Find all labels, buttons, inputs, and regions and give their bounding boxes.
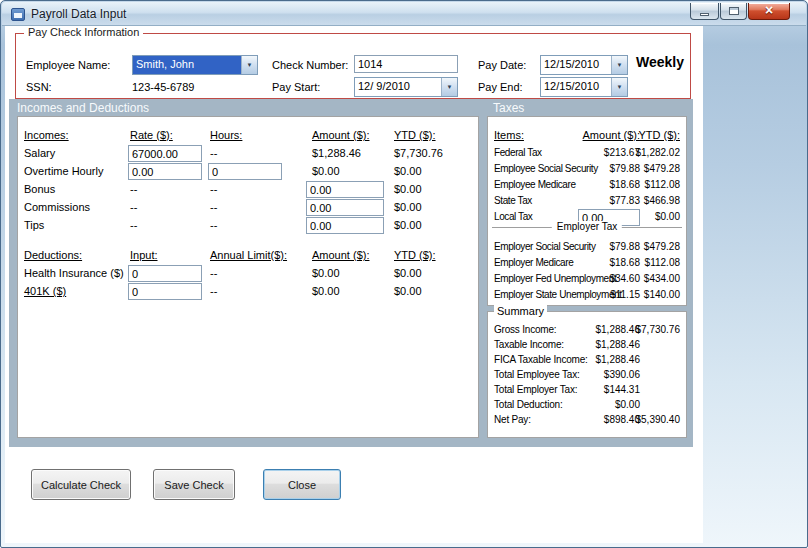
rate-column-header: Rate ($): (130, 129, 173, 141)
tax-row-employer-ss: Employer Social Security $79.88 $479.28 (488, 241, 686, 257)
federal-tax-label: Federal Tax (494, 147, 542, 158)
deduction-ytd-column-header: YTD ($): (394, 249, 436, 261)
health-insurance-input[interactable] (128, 265, 202, 282)
maximize-button[interactable] (720, 3, 747, 20)
salary-hours: -- (210, 147, 217, 159)
pay-date-picker[interactable]: 12/15/2010 ▼ (540, 55, 628, 75)
total-employer-tax-value: $144.31 (604, 384, 640, 395)
check-number-label: Check Number: (272, 59, 348, 71)
employer-tax-separator-label: Employer Tax (552, 221, 622, 232)
pay-check-info-group: Pay Check Information Employee Name: Smi… (15, 33, 691, 99)
tax-row-employee-ss: Employee Social Security $79.88 $479.28 (488, 163, 686, 179)
input-column-header: Input: (130, 249, 158, 261)
employer-fed-unemployment-ytd: $434.00 (644, 273, 680, 284)
overtime-ytd: $0.00 (394, 165, 422, 177)
window-title: Payroll Data Input (31, 7, 126, 21)
summary-title: Summary (494, 305, 547, 317)
commissions-label: Commissions (24, 201, 90, 213)
chevron-down-icon: ▼ (441, 78, 457, 96)
salary-label: Salary (24, 147, 55, 159)
health-insurance-ytd: $0.00 (394, 267, 422, 279)
tax-amount-column-header: Amount ($): (583, 129, 640, 141)
hours-column-header: Hours: (210, 129, 242, 141)
tax-row-employer-medicare: Employer Medicare $18.68 $112.08 (488, 257, 686, 273)
overtime-hours-input[interactable] (208, 163, 282, 180)
gross-income-ytd: $7,730.76 (636, 324, 681, 335)
gross-income-label: Gross Income: (494, 324, 556, 335)
employee-name-combo[interactable]: Smith, John ▼ (132, 55, 258, 75)
state-tax-amount: $77.83 (609, 195, 640, 206)
employee-ss-amount: $79.88 (609, 163, 640, 174)
close-window-button[interactable]: × (748, 3, 790, 20)
total-employer-tax-label: Total Employer Tax: (494, 384, 577, 395)
taxes-header: Taxes (493, 101, 524, 115)
employer-state-unemployment-amount: $11.15 (610, 289, 640, 300)
save-check-button[interactable]: Save Check (153, 469, 235, 500)
income-row-tips: Tips -- -- $0.00 (18, 219, 478, 235)
commissions-amount-input[interactable] (306, 199, 384, 216)
pay-date-value: 12/15/2010 (541, 56, 611, 74)
employer-fed-unemployment-amount: $34.60 (609, 273, 640, 284)
total-deduction-label: Total Deduction: (494, 399, 563, 410)
tips-amount-input[interactable] (306, 217, 384, 234)
salary-rate-input[interactable] (128, 145, 202, 162)
chevron-down-icon: ▼ (611, 78, 627, 96)
pay-end-picker[interactable]: 12/15/2010 ▼ (540, 77, 628, 97)
bonus-label: Bonus (24, 183, 55, 195)
employer-ss-amount: $79.88 (609, 241, 640, 252)
form-client-area: Pay Check Information Employee Name: Smi… (5, 26, 703, 543)
employer-medicare-amount: $18.68 (609, 257, 640, 268)
pay-end-label: Pay End: (478, 81, 523, 93)
incomes-deductions-box: Incomes: Rate ($): Hours: Amount ($): YT… (17, 116, 479, 438)
overtime-label: Overtime Hourly (24, 165, 103, 177)
deductions-column-header: Deductions: (24, 249, 82, 261)
tax-ytd-column-header: YTD ($): (638, 129, 680, 141)
pay-frequency-label: Weekly (636, 54, 684, 70)
employee-medicare-amount: $18.68 (609, 179, 640, 190)
employee-medicare-ytd: $112.08 (645, 179, 680, 190)
deduction-row-health-insurance: Health Insurance ($) -- $0.00 $0.00 (18, 267, 478, 283)
health-insurance-label: Health Insurance ($) (24, 267, 124, 279)
link-401k[interactable]: 401K ($) (24, 285, 66, 297)
minimize-icon (700, 13, 709, 16)
state-tax-label: State Tax (494, 195, 532, 206)
summary-row-fica: FICA Taxable Income: $1,288.46 (488, 354, 686, 370)
total-deduction-value: $0.00 (615, 399, 640, 410)
incomes-deductions-header: Incomes and Deductions (17, 101, 149, 115)
check-number-input[interactable] (354, 55, 458, 73)
bonus-amount-input[interactable] (306, 181, 384, 198)
annual-limit-column-header: Annual Limit($): (210, 249, 287, 261)
overtime-rate-input[interactable] (128, 163, 202, 180)
pay-start-picker[interactable]: 12/ 9/2010 ▼ (354, 77, 458, 97)
chevron-down-icon: ▼ (611, 56, 627, 74)
salary-ytd: $7,730.76 (394, 147, 443, 159)
401k-input[interactable] (128, 283, 202, 300)
employer-state-unemployment-ytd: $140.00 (644, 289, 680, 300)
app-icon (11, 8, 25, 21)
tips-ytd: $0.00 (394, 219, 422, 231)
total-employee-tax-label: Total Employee Tax: (494, 369, 580, 380)
employee-ss-ytd: $479.28 (644, 163, 680, 174)
employer-medicare-label: Employer Medicare (494, 257, 573, 268)
employee-name-label: Employee Name: (26, 59, 110, 71)
state-tax-ytd: $466.98 (644, 195, 680, 206)
summary-row-deduction: Total Deduction: $0.00 (488, 399, 686, 415)
federal-tax-ytd: $1,282.02 (636, 147, 681, 158)
taxes-header-row: Items: Amount ($): YTD ($): (488, 129, 686, 145)
window-controls: × (689, 3, 790, 20)
maximize-icon (729, 7, 739, 15)
close-icon: × (765, 2, 773, 18)
local-tax-ytd: $0.00 (655, 211, 680, 222)
title-bar[interactable]: Payroll Data Input × (2, 2, 806, 26)
minimize-button[interactable] (690, 3, 719, 20)
tax-row-employer-state-unemployment: Employer State Unemployment $11.15 $140.… (488, 289, 686, 305)
pay-start-label: Pay Start: (272, 81, 320, 93)
tips-label: Tips (24, 219, 44, 231)
tips-rate: -- (130, 219, 137, 231)
ytd-column-header: YTD ($): (394, 129, 436, 141)
deduction-row-401k: 401K ($) -- $0.00 $0.00 (18, 285, 478, 301)
deductions-header-row: Deductions: Input: Annual Limit($): Amou… (18, 249, 478, 265)
close-button[interactable]: Close (263, 469, 341, 500)
local-tax-label: Local Tax (494, 211, 532, 222)
calculate-check-button[interactable]: Calculate Check (31, 469, 131, 500)
